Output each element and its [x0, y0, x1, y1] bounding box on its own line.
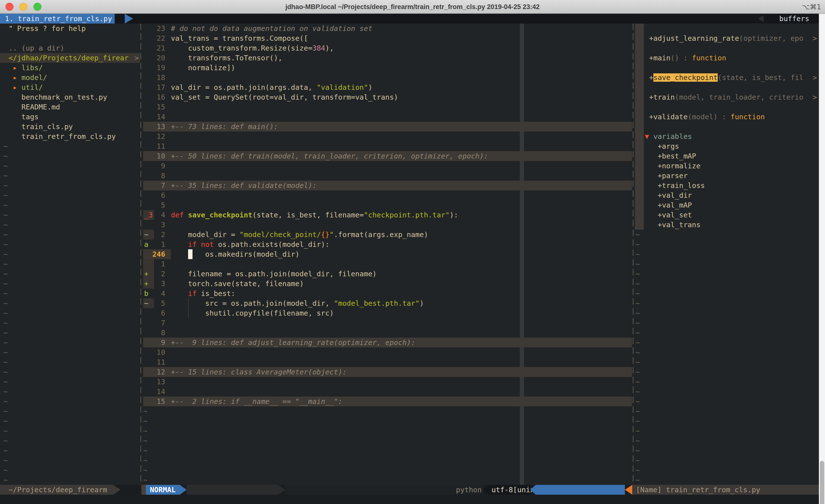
code-line[interactable]: +3 torch.save(state, filename) [140, 279, 632, 288]
scrollbar-thumb[interactable] [820, 461, 824, 504]
empty-line[interactable]: ~ [632, 259, 825, 269]
code-line[interactable]: +2 filename = os.path.join(model_dir, fi… [140, 269, 632, 279]
empty-line[interactable]: ~ [632, 308, 825, 318]
empty-line[interactable]: ~ [0, 347, 140, 357]
nerdtree-row[interactable]: ▸ model/ [0, 73, 140, 82]
empty-line[interactable]: ~ [632, 445, 825, 455]
empty-line[interactable]: ~ [632, 230, 825, 240]
empty-line[interactable]: ~ [0, 269, 140, 279]
empty-line[interactable]: ~ [632, 240, 825, 249]
code-line[interactable]: ~5 src = os.path.join(model_dir, "model_… [140, 299, 632, 308]
nerdtree-window[interactable]: " Press ? for help .. (up a dir) </jdhao… [0, 23, 140, 485]
tagbar-item[interactable]: +main() : function [632, 53, 825, 63]
empty-line[interactable]: ~ [0, 406, 140, 416]
nerdtree-row[interactable]: " Press ? for help [0, 23, 140, 33]
tagbar-item[interactable]: +val_trans [632, 220, 825, 230]
code-line[interactable]: 9+-- 9 lines: def adjust_learning_rate(o… [140, 338, 632, 347]
empty-line[interactable]: ~ [632, 436, 825, 445]
code-line[interactable]: 17val_dir = os.path.join(args.data, "val… [140, 82, 632, 92]
empty-line[interactable]: ~ [0, 436, 140, 445]
empty-line[interactable]: ~ [632, 455, 825, 465]
tagbar-item[interactable]: +args [632, 141, 825, 151]
empty-line[interactable]: ~ [632, 249, 825, 259]
code-line[interactable]: b4 if is_best: [140, 288, 632, 299]
code-line[interactable]: 13 [140, 377, 632, 387]
code-line[interactable]: 14 [140, 112, 632, 122]
empty-line[interactable]: ~ [0, 465, 140, 475]
nerdtree-row[interactable]: train_cls.py [0, 122, 140, 132]
tagbar-window[interactable]: +adjust_learning_rate(optimizer, epo> +m… [632, 23, 825, 485]
code-line[interactable]: 11 [140, 141, 632, 151]
code-line[interactable]: ~2 model_dir = "model/check_point/{}".fo… [140, 230, 632, 240]
empty-line[interactable]: ~ [0, 190, 140, 200]
empty-line[interactable]: ~ [0, 445, 140, 455]
empty-line[interactable]: ~ [0, 230, 140, 240]
window-separator-right[interactable] [633, 23, 633, 485]
empty-line[interactable]: ~ [0, 288, 140, 299]
code-line[interactable]: 9 [140, 161, 632, 171]
empty-line[interactable]: ~ [140, 445, 632, 455]
tagbar-item[interactable]: +val_mAP [632, 200, 825, 210]
empty-line[interactable]: ~ [0, 240, 140, 249]
fold-text[interactable]: +-- 73 lines: def main(): [171, 122, 278, 132]
code-line[interactable]: 12 [140, 132, 632, 141]
empty-line[interactable]: ~ [0, 416, 140, 426]
tagbar-item[interactable]: +best_mAP [632, 151, 825, 161]
code-line[interactable]: 7+-- 35 lines: def validate(model): [140, 181, 632, 190]
code-line[interactable]: _34def save_checkpoint(state, is_best, f… [140, 210, 632, 220]
empty-line[interactable]: ~ [0, 141, 140, 151]
tagbar-item[interactable]: ▼ variables [632, 132, 825, 141]
code-window[interactable]: 23# do not do data augmentation on valid… [140, 23, 632, 485]
empty-line[interactable]: ~ [0, 200, 140, 210]
empty-line[interactable]: ~ [0, 377, 140, 387]
buffers-label[interactable]: buffers [779, 14, 809, 23]
code-line[interactable]: 15 [140, 102, 632, 112]
empty-line[interactable]: ~ [0, 220, 140, 230]
empty-line[interactable]: ~ [140, 436, 632, 445]
tagbar-item[interactable]: +val_set [632, 210, 825, 220]
code-line[interactable]: 7 [140, 318, 632, 328]
empty-line[interactable]: ~ [0, 299, 140, 308]
empty-line[interactable]: ~ [632, 416, 825, 426]
empty-line[interactable]: ~ [0, 181, 140, 190]
fold-text[interactable]: +-- 15 lines: class AverageMeter(object)… [171, 367, 347, 377]
empty-line[interactable]: ~ [0, 161, 140, 171]
code-line[interactable]: 23# do not do data augmentation on valid… [140, 23, 632, 33]
empty-line[interactable]: ~ [0, 357, 140, 367]
code-line[interactable]: 11 [140, 357, 632, 367]
empty-line[interactable]: ~ [632, 318, 825, 328]
empty-line[interactable]: ~ [632, 279, 825, 288]
code-line[interactable]: 6 shutil.copyfile(filename, src) [140, 308, 632, 318]
empty-line[interactable]: ~ [140, 455, 632, 465]
empty-line[interactable]: ~ [632, 269, 825, 279]
tagbar-item[interactable]: +validate(model) : function [632, 112, 825, 122]
empty-line[interactable]: ~ [632, 377, 825, 387]
code-line[interactable]: 21 custom_transform.Resize(size=384), [140, 43, 632, 53]
empty-line[interactable]: ~ [632, 299, 825, 308]
empty-line[interactable]: ~ [632, 347, 825, 357]
code-line[interactable]: 14 [140, 387, 632, 397]
code-line[interactable]: 246 os.makedirs(model_dir) [140, 249, 632, 259]
code-line[interactable]: 18 [140, 73, 632, 82]
empty-line[interactable]: ~ [632, 475, 825, 485]
empty-line[interactable]: ~ [0, 279, 140, 288]
empty-line[interactable]: ~ [0, 397, 140, 406]
tab-train-retr-from-cls[interactable]: 1. train_retr_from_cls.py [0, 14, 115, 23]
empty-line[interactable]: ~ [0, 318, 140, 328]
empty-line[interactable]: ~ [0, 151, 140, 161]
code-line[interactable]: 6 [140, 190, 632, 200]
empty-line[interactable]: ~ [0, 249, 140, 259]
code-line[interactable]: a1 if not os.path.exists(model_dir): [140, 240, 632, 249]
empty-line[interactable]: ~ [140, 465, 632, 475]
empty-line[interactable]: ~ [632, 338, 825, 347]
empty-line[interactable]: ~ [0, 338, 140, 347]
empty-line[interactable]: ~ [632, 288, 825, 299]
nerdtree-row[interactable]: train_retr_from_cls.py [0, 132, 140, 141]
empty-line[interactable]: ~ [0, 259, 140, 269]
code-line[interactable]: 22val_trans = transforms.Compose([ [140, 33, 632, 43]
scrollbar-track[interactable] [819, 14, 825, 504]
tagbar-item[interactable]: +adjust_learning_rate(optimizer, epo> [632, 33, 825, 43]
empty-line[interactable]: ~ [0, 328, 140, 338]
code-line[interactable]: 3 [140, 220, 632, 230]
empty-line[interactable]: ~ [0, 367, 140, 377]
